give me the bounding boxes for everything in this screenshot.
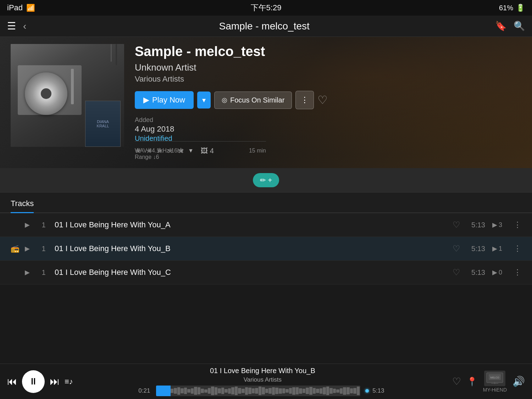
now-playing-info: 01 I Love Being Here With You_B Various … <box>80 367 445 396</box>
album-art-image: DIANAKRALL <box>11 44 124 147</box>
track-duration-3: 5:13 <box>467 268 485 277</box>
track-play-3[interactable]: ▶ <box>22 267 33 278</box>
track-play-2[interactable]: ▶ <box>22 243 33 254</box>
now-playing-actions: ♡ 📍 MELCO MY-HiEND 🔊 <box>452 371 525 393</box>
track-number-1: 1 <box>38 221 49 229</box>
bookmark-icon[interactable]: 🔖 <box>495 21 506 32</box>
track-duration-1: 5:13 <box>467 221 485 229</box>
previous-button[interactable]: ⏮ <box>7 376 17 387</box>
np-device-selector[interactable]: MELCO MY-HiEND <box>483 371 507 393</box>
added-section: Added 4 Aug 2018 Unidentified <box>135 116 521 143</box>
track-more-2[interactable]: ⋮ <box>514 244 521 253</box>
focus-similar-button[interactable]: ◎ Focus On Similar <box>214 92 292 109</box>
format-text: WAV 44.1kHz 16bit <box>135 148 183 154</box>
track-actions-1: ♡ 5:13 ▶ 3 ⋮ <box>453 220 521 230</box>
play-now-button[interactable]: ▶ Play Now <box>135 91 194 109</box>
next-button[interactable]: ⏭ <box>50 376 60 387</box>
added-date: 4 Aug 2018 <box>135 124 521 134</box>
track-number-2: 1 <box>38 245 49 253</box>
tab-tracks[interactable]: Tracks <box>11 199 34 212</box>
favorite-button[interactable]: ♡ <box>317 93 328 107</box>
format-divider <box>135 141 266 142</box>
play-now-icon: ▶ <box>143 95 149 105</box>
np-heart-button[interactable]: ♡ <box>452 376 461 387</box>
added-label: Added <box>135 116 521 124</box>
track-row[interactable]: ▶ 1 01 I Love Being Here With You_C ♡ 5:… <box>0 261 532 284</box>
add-tag-button[interactable]: ✏ + <box>253 173 279 187</box>
status-right: 61% 🔋 <box>499 4 525 12</box>
play-count-3: 0 <box>499 269 502 276</box>
svg-text:MELCO: MELCO <box>491 376 499 379</box>
play-count-icon-3: ▶ <box>492 268 497 276</box>
track-play-1[interactable]: ▶ <box>22 220 33 230</box>
play-now-label: Play Now <box>152 95 185 105</box>
more-options-button[interactable]: ⋮ <box>295 91 314 109</box>
battery-icon: 🔋 <box>516 4 525 12</box>
track-heart-1[interactable]: ♡ <box>453 220 460 230</box>
play-dropdown-button[interactable]: ▾ <box>197 92 211 109</box>
top-nav: ☰ ‹ Sample - melco_test 🔖 🔍 <box>0 16 532 37</box>
playhead-dot <box>365 389 369 393</box>
now-playing-bar: ⏮ ⏸ ⏭ ≡♪ 01 I Love Being Here With You_B… <box>0 364 532 399</box>
track-heart-2[interactable]: ♡ <box>453 244 460 254</box>
np-device-icon: MELCO <box>484 371 505 386</box>
nav-actions: 🔖 🔍 <box>495 21 525 32</box>
play-count-2: 1 <box>499 245 502 253</box>
track-actions-2: ♡ 5:13 ▶ 1 ⋮ <box>453 244 521 254</box>
waveform[interactable] <box>156 386 360 396</box>
status-left: iPad 📶 <box>7 3 35 12</box>
focus-icon: ◎ <box>222 96 227 104</box>
action-buttons: ▶ Play Now ▾ ◎ Focus On Similar ⋮ ♡ <box>135 91 521 109</box>
now-playing-track-name: 01 I Love Being Here With You_B <box>210 367 315 375</box>
battery-label: 61% <box>499 4 513 12</box>
track-plays-1: ▶ 3 <box>492 221 506 229</box>
tracks-header: Tracks <box>0 193 532 213</box>
track-name-3: 01 I Love Being Here With You_C <box>55 268 453 277</box>
status-time: 下午5:29 <box>251 2 282 13</box>
track-name-2: 01 I Love Being Here With You_B <box>55 244 453 253</box>
range-info: Range ↓6 <box>135 154 159 160</box>
album-title: Sample - melco_test <box>135 44 521 59</box>
search-icon[interactable]: 🔍 <box>514 21 525 32</box>
status-bar: iPad 📶 下午5:29 61% 🔋 <box>0 0 532 16</box>
menu-icon[interactable]: ☰ <box>7 20 16 32</box>
duration-text: 15 min <box>249 148 266 154</box>
np-device-label: MY-HiEND <box>483 387 507 393</box>
current-time: 0:21 <box>138 387 153 394</box>
track-actions-3: ♡ 5:13 ▶ 0 ⋮ <box>453 267 521 277</box>
playback-controls: ⏮ ⏸ ⏭ ≡♪ <box>7 370 73 393</box>
tags-section: ✏ + <box>0 168 532 193</box>
pause-icon: ⏸ <box>29 376 38 387</box>
device-svg: MELCO <box>486 372 504 385</box>
track-plays-3: ▶ 0 <box>492 268 506 276</box>
waveform-bars <box>156 386 360 396</box>
track-more-1[interactable]: ⋮ <box>514 220 521 229</box>
progress-bar-container: 0:21 5:13 <box>138 386 387 396</box>
track-name-1: 01 I Love Being Here With You_A <box>55 220 453 229</box>
track-number-3: 1 <box>38 268 49 277</box>
focus-label: Focus On Similar <box>230 96 284 104</box>
queue-button[interactable]: ≡♪ <box>65 377 73 386</box>
various-artists: Various Artists <box>135 74 521 84</box>
track-heart-3[interactable]: ♡ <box>453 267 460 277</box>
playing-indicator-2: 📻 <box>11 244 19 253</box>
tracks-section: Tracks ▶ 1 01 I Love Being Here With You… <box>0 193 532 284</box>
total-time: 5:13 <box>372 387 387 394</box>
nav-title: Sample - melco_test <box>33 21 495 32</box>
track-row[interactable]: ▶ 1 01 I Love Being Here With You_A ♡ 5:… <box>0 213 532 237</box>
track-row[interactable]: 📻 ▶ 1 01 I Love Being Here With You_B ♡ … <box>0 237 532 261</box>
hero-section: DIANAKRALL Sample - melco_test Unknown A… <box>0 37 532 168</box>
hero-info: Sample - melco_test Unknown Artist Vario… <box>124 44 521 161</box>
now-playing-artist: Various Artists <box>244 376 282 383</box>
track-more-3[interactable]: ⋮ <box>514 268 521 277</box>
wifi-icon: 📶 <box>26 4 35 12</box>
np-share-button[interactable]: 📍 <box>467 377 477 387</box>
volume-button[interactable]: 🔊 <box>512 376 525 387</box>
format-info: WAV 44.1kHz 16bit 15 min <box>135 148 266 154</box>
back-button[interactable]: ‹ <box>23 21 26 32</box>
diana-krall-cover: DIANAKRALL <box>85 101 121 147</box>
track-duration-2: 5:13 <box>467 245 485 253</box>
play-count-icon-2: ▶ <box>492 245 497 253</box>
pause-button[interactable]: ⏸ <box>22 370 45 393</box>
play-count-icon-1: ▶ <box>492 221 497 229</box>
